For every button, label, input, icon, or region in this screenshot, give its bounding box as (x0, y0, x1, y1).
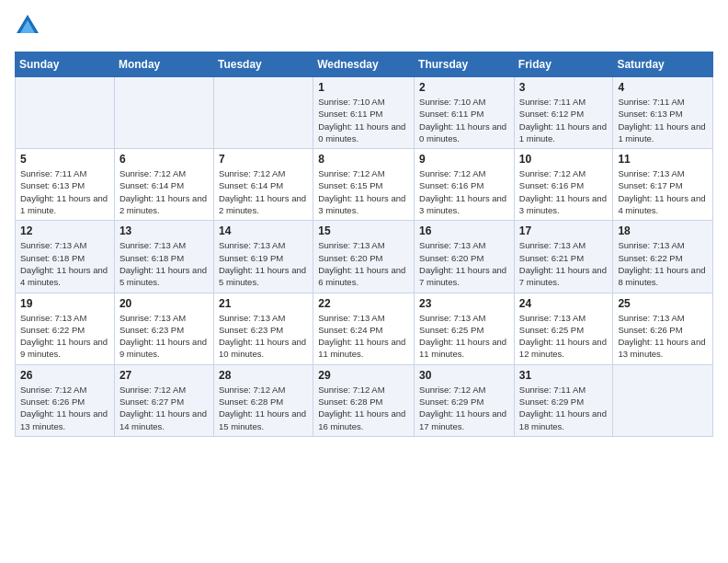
calendar-cell: 12Sunrise: 7:13 AMSunset: 6:18 PMDayligh… (16, 221, 115, 293)
calendar-cell: 27Sunrise: 7:12 AMSunset: 6:27 PMDayligh… (114, 364, 213, 436)
week-row-5: 26Sunrise: 7:12 AMSunset: 6:26 PMDayligh… (16, 364, 713, 436)
logo-icon (15, 13, 40, 39)
calendar-cell: 15Sunrise: 7:13 AMSunset: 6:20 PMDayligh… (313, 221, 415, 293)
day-number: 7 (219, 153, 308, 166)
calendar-cell: 20Sunrise: 7:13 AMSunset: 6:23 PMDayligh… (114, 293, 213, 364)
day-number: 12 (20, 224, 109, 237)
day-info: Sunrise: 7:12 AMSunset: 6:29 PMDaylight:… (419, 384, 509, 432)
calendar-cell (114, 77, 213, 149)
calendar-cell: 6Sunrise: 7:12 AMSunset: 6:14 PMDaylight… (114, 149, 213, 221)
day-number: 24 (519, 297, 609, 310)
day-info: Sunrise: 7:12 AMSunset: 6:16 PMDaylight:… (519, 167, 609, 216)
calendar-cell: 31Sunrise: 7:11 AMSunset: 6:29 PMDayligh… (514, 364, 613, 436)
calendar-cell: 11Sunrise: 7:13 AMSunset: 6:17 PMDayligh… (613, 149, 713, 221)
day-info: Sunrise: 7:13 AMSunset: 6:24 PMDaylight:… (318, 312, 409, 361)
calendar-cell: 19Sunrise: 7:13 AMSunset: 6:22 PMDayligh… (16, 293, 115, 364)
weekday-header-monday: Monday (114, 52, 213, 77)
day-info: Sunrise: 7:12 AMSunset: 6:14 PMDaylight:… (119, 167, 209, 216)
day-number: 19 (20, 297, 109, 310)
calendar-cell: 5Sunrise: 7:11 AMSunset: 6:13 PMDaylight… (16, 149, 115, 221)
logo (15, 15, 44, 40)
day-info: Sunrise: 7:13 AMSunset: 6:25 PMDaylight:… (519, 312, 609, 361)
calendar-cell: 21Sunrise: 7:13 AMSunset: 6:23 PMDayligh… (213, 293, 313, 364)
weekday-header-saturday: Saturday (613, 52, 713, 77)
calendar-cell: 10Sunrise: 7:12 AMSunset: 6:16 PMDayligh… (514, 149, 613, 221)
weekday-header-row: SundayMondayTuesdayWednesdayThursdayFrid… (16, 52, 713, 77)
day-info: Sunrise: 7:13 AMSunset: 6:18 PMDaylight:… (119, 239, 209, 288)
day-info: Sunrise: 7:13 AMSunset: 6:21 PMDaylight:… (519, 239, 609, 288)
day-info: Sunrise: 7:11 AMSunset: 6:13 PMDaylight:… (20, 167, 109, 216)
day-info: Sunrise: 7:13 AMSunset: 6:20 PMDaylight:… (318, 239, 409, 288)
day-info: Sunrise: 7:10 AMSunset: 6:11 PMDaylight:… (318, 96, 409, 144)
day-info: Sunrise: 7:13 AMSunset: 6:23 PMDaylight:… (119, 312, 209, 361)
week-row-2: 5Sunrise: 7:11 AMSunset: 6:13 PMDaylight… (16, 149, 713, 221)
day-info: Sunrise: 7:13 AMSunset: 6:18 PMDaylight:… (20, 239, 109, 288)
day-info: Sunrise: 7:13 AMSunset: 6:23 PMDaylight:… (219, 312, 308, 361)
day-number: 17 (519, 224, 609, 237)
day-number: 20 (119, 297, 209, 310)
day-info: Sunrise: 7:13 AMSunset: 6:20 PMDaylight:… (419, 239, 509, 288)
day-number: 27 (119, 369, 209, 382)
calendar-cell: 17Sunrise: 7:13 AMSunset: 6:21 PMDayligh… (514, 221, 613, 293)
day-number: 10 (519, 153, 609, 166)
day-number: 8 (318, 153, 409, 166)
day-number: 30 (419, 369, 509, 382)
page-header (15, 15, 713, 40)
day-info: Sunrise: 7:12 AMSunset: 6:15 PMDaylight:… (318, 167, 409, 216)
day-info: Sunrise: 7:13 AMSunset: 6:22 PMDaylight:… (618, 239, 708, 288)
day-info: Sunrise: 7:13 AMSunset: 6:19 PMDaylight:… (219, 239, 308, 288)
day-info: Sunrise: 7:13 AMSunset: 6:17 PMDaylight:… (618, 167, 708, 216)
calendar-cell: 1Sunrise: 7:10 AMSunset: 6:11 PMDaylight… (313, 77, 415, 149)
calendar-cell: 18Sunrise: 7:13 AMSunset: 6:22 PMDayligh… (613, 221, 713, 293)
week-row-3: 12Sunrise: 7:13 AMSunset: 6:18 PMDayligh… (16, 221, 713, 293)
day-number: 13 (119, 224, 209, 237)
day-number: 21 (219, 297, 308, 310)
calendar-cell: 22Sunrise: 7:13 AMSunset: 6:24 PMDayligh… (313, 293, 415, 364)
calendar-cell: 29Sunrise: 7:12 AMSunset: 6:28 PMDayligh… (313, 364, 415, 436)
day-number: 16 (419, 224, 509, 237)
day-number: 22 (318, 297, 409, 310)
day-info: Sunrise: 7:11 AMSunset: 6:13 PMDaylight:… (618, 96, 708, 144)
day-info: Sunrise: 7:12 AMSunset: 6:28 PMDaylight:… (219, 384, 308, 432)
day-info: Sunrise: 7:13 AMSunset: 6:26 PMDaylight:… (618, 312, 708, 361)
day-number: 2 (419, 81, 509, 94)
day-number: 5 (20, 153, 109, 166)
calendar-cell: 3Sunrise: 7:11 AMSunset: 6:12 PMDaylight… (514, 77, 613, 149)
calendar-cell: 24Sunrise: 7:13 AMSunset: 6:25 PMDayligh… (514, 293, 613, 364)
day-info: Sunrise: 7:12 AMSunset: 6:28 PMDaylight:… (318, 384, 409, 432)
day-info: Sunrise: 7:13 AMSunset: 6:25 PMDaylight:… (419, 312, 509, 361)
day-number: 1 (318, 81, 409, 94)
day-number: 31 (519, 369, 609, 382)
day-info: Sunrise: 7:13 AMSunset: 6:22 PMDaylight:… (20, 312, 109, 361)
weekday-header-friday: Friday (514, 52, 613, 77)
calendar-cell: 14Sunrise: 7:13 AMSunset: 6:19 PMDayligh… (213, 221, 313, 293)
calendar-cell: 23Sunrise: 7:13 AMSunset: 6:25 PMDayligh… (415, 293, 515, 364)
weekday-header-sunday: Sunday (16, 52, 115, 77)
calendar-cell: 7Sunrise: 7:12 AMSunset: 6:14 PMDaylight… (213, 149, 313, 221)
weekday-header-thursday: Thursday (415, 52, 515, 77)
day-info: Sunrise: 7:12 AMSunset: 6:16 PMDaylight:… (419, 167, 509, 216)
calendar-cell (213, 77, 313, 149)
day-number: 14 (219, 224, 308, 237)
calendar-cell: 9Sunrise: 7:12 AMSunset: 6:16 PMDaylight… (415, 149, 515, 221)
day-info: Sunrise: 7:11 AMSunset: 6:29 PMDaylight:… (519, 384, 609, 432)
calendar-cell (613, 364, 713, 436)
day-info: Sunrise: 7:12 AMSunset: 6:14 PMDaylight:… (219, 167, 308, 216)
day-number: 3 (519, 81, 609, 94)
week-row-4: 19Sunrise: 7:13 AMSunset: 6:22 PMDayligh… (16, 293, 713, 364)
day-number: 9 (419, 153, 509, 166)
day-info: Sunrise: 7:12 AMSunset: 6:26 PMDaylight:… (20, 384, 109, 432)
calendar-cell: 4Sunrise: 7:11 AMSunset: 6:13 PMDaylight… (613, 77, 713, 149)
day-number: 15 (318, 224, 409, 237)
weekday-header-wednesday: Wednesday (313, 52, 415, 77)
day-number: 29 (318, 369, 409, 382)
calendar-cell (16, 77, 115, 149)
calendar-cell: 25Sunrise: 7:13 AMSunset: 6:26 PMDayligh… (613, 293, 713, 364)
weekday-header-tuesday: Tuesday (213, 52, 313, 77)
day-number: 25 (618, 297, 708, 310)
calendar-table: SundayMondayTuesdayWednesdayThursdayFrid… (15, 52, 713, 437)
day-number: 18 (618, 224, 708, 237)
day-number: 28 (219, 369, 308, 382)
day-number: 23 (419, 297, 509, 310)
calendar-cell: 2Sunrise: 7:10 AMSunset: 6:11 PMDaylight… (415, 77, 515, 149)
